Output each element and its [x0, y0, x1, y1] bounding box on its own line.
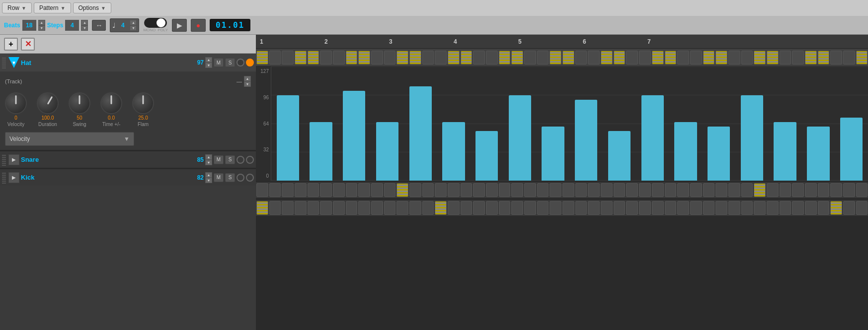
hat-btn-6[interactable] [333, 51, 345, 65]
vel-bar-col-6[interactable] [470, 66, 503, 181]
kick-btn-39[interactable] [754, 201, 766, 215]
kick-btn-22[interactable] [537, 201, 549, 215]
play-button[interactable]: ▶ [172, 19, 187, 32]
kick-btn-30[interactable] [639, 201, 651, 215]
kick-btn-46[interactable] [843, 201, 855, 215]
hat-btn-12[interactable] [409, 51, 421, 65]
snare-vol-up[interactable]: ▲ [205, 154, 212, 160]
snare-btn-2[interactable] [282, 183, 294, 197]
kick-btn-35[interactable] [703, 201, 715, 215]
kick-btn-1[interactable] [269, 201, 281, 215]
flam-knob[interactable] [132, 92, 154, 114]
hat-dot1[interactable] [237, 59, 244, 66]
hat-btn-30[interactable] [639, 51, 651, 65]
hat-btn-44[interactable] [818, 51, 830, 65]
hat-btn-29[interactable] [626, 51, 638, 65]
kick-btn-38[interactable] [741, 201, 753, 215]
duration-knob[interactable] [37, 92, 59, 114]
pattern-menu[interactable]: Pattern ▼ [34, 2, 71, 13]
steps-up[interactable]: ▲ [81, 20, 88, 25]
kick-btn-40[interactable] [767, 201, 779, 215]
steps-down[interactable]: ▼ [81, 25, 88, 31]
snare-btn-46[interactable] [843, 183, 855, 197]
snare-vol-down[interactable]: ▼ [205, 160, 212, 165]
hat-btn-15[interactable] [448, 51, 460, 65]
snare-btn-28[interactable] [614, 183, 626, 197]
vel-bar-col-4[interactable] [404, 66, 437, 181]
kick-btn-6[interactable] [333, 201, 345, 215]
vel-bar-col-5[interactable] [437, 66, 471, 181]
hat-btn-35[interactable] [703, 51, 715, 65]
vel-bar-col-2[interactable] [337, 66, 371, 181]
kick-btn-34[interactable] [690, 201, 702, 215]
hat-btn-16[interactable] [461, 51, 473, 65]
hat-btn-20[interactable] [511, 51, 523, 65]
track-sel-up[interactable]: ▲ [244, 76, 251, 81]
snare-btn-20[interactable] [511, 183, 523, 197]
snare-btn-27[interactable] [601, 183, 613, 197]
kick-btn-47[interactable] [856, 201, 868, 215]
snare-play-button[interactable]: ▶ [8, 154, 19, 165]
snare-mute-button[interactable]: M [214, 155, 224, 164]
hat-btn-39[interactable] [754, 51, 766, 65]
vel-bar-col-10[interactable] [603, 66, 636, 181]
snare-btn-4[interactable] [308, 183, 319, 197]
hat-vol-down[interactable]: ▼ [205, 63, 212, 68]
snare-btn-13[interactable] [422, 183, 434, 197]
hat-btn-17[interactable] [473, 51, 485, 65]
snare-btn-34[interactable] [690, 183, 702, 197]
snare-btn-10[interactable] [384, 183, 396, 197]
snare-btn-8[interactable] [358, 183, 370, 197]
hat-btn-43[interactable] [805, 51, 817, 65]
vel-bar-col-7[interactable] [503, 66, 537, 181]
hat-btn-5[interactable] [320, 51, 332, 65]
kick-btn-27[interactable] [601, 201, 613, 215]
snare-btn-35[interactable] [703, 183, 715, 197]
snare-btn-22[interactable] [537, 183, 549, 197]
kick-btn-11[interactable] [396, 201, 408, 215]
kick-btn-14[interactable] [435, 201, 447, 215]
kick-dot2[interactable] [246, 174, 254, 182]
hat-btn-45[interactable] [830, 51, 842, 65]
snare-btn-1[interactable] [269, 183, 281, 197]
hat-vol-up[interactable]: ▲ [205, 57, 212, 63]
snare-btn-38[interactable] [741, 183, 753, 197]
kick-btn-4[interactable] [308, 201, 319, 215]
snare-btn-15[interactable] [448, 183, 460, 197]
hat-btn-18[interactable] [486, 51, 498, 65]
kick-btn-20[interactable] [511, 201, 523, 215]
hat-btn-36[interactable] [715, 51, 727, 65]
snare-btn-19[interactable] [499, 183, 511, 197]
hat-btn-31[interactable] [652, 51, 664, 65]
snare-btn-17[interactable] [473, 183, 485, 197]
hat-btn-1[interactable] [269, 51, 281, 65]
kick-btn-0[interactable] [256, 201, 268, 215]
kick-btn-3[interactable] [295, 201, 307, 215]
kick-vol-up[interactable]: ▲ [205, 172, 212, 178]
kick-btn-17[interactable] [473, 201, 485, 215]
kick-btn-5[interactable] [320, 201, 332, 215]
hat-dot2[interactable] [246, 59, 254, 66]
kick-btn-36[interactable] [715, 201, 727, 215]
hat-btn-8[interactable] [358, 51, 370, 65]
kick-drag-handle[interactable] [2, 172, 6, 184]
snare-btn-45[interactable] [830, 183, 842, 197]
vel-bar-col-11[interactable] [636, 66, 669, 181]
snare-solo-button[interactable]: S [225, 155, 235, 164]
stretch-button[interactable]: ↔ [92, 20, 106, 31]
hat-btn-2[interactable] [282, 51, 294, 65]
snare-btn-29[interactable] [626, 183, 638, 197]
snare-btn-32[interactable] [665, 183, 677, 197]
vel-bar-col-16[interactable] [802, 66, 835, 181]
kick-btn-45[interactable] [830, 201, 842, 215]
kick-btn-13[interactable] [422, 201, 434, 215]
hat-btn-38[interactable] [741, 51, 753, 65]
vel-bar-col-8[interactable] [537, 66, 570, 181]
kick-btn-29[interactable] [626, 201, 638, 215]
kick-btn-32[interactable] [665, 201, 677, 215]
vel-bar-col-17[interactable] [835, 66, 868, 181]
hat-btn-7[interactable] [346, 51, 358, 65]
kick-btn-43[interactable] [805, 201, 817, 215]
delete-track-button[interactable]: ✕ [21, 38, 35, 51]
kick-btn-8[interactable] [358, 201, 370, 215]
